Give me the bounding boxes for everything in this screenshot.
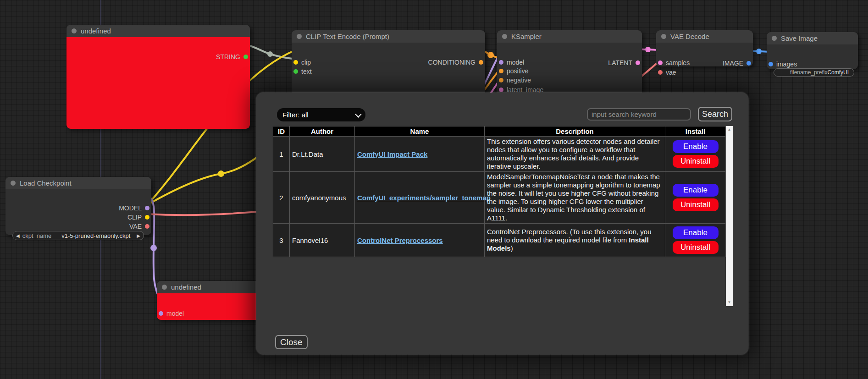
extension-table-container: ID Author Name Description Install 1 Dr.… bbox=[273, 126, 733, 306]
output-port-model[interactable] bbox=[145, 206, 149, 210]
node-title-bar: VAE Decode bbox=[656, 30, 753, 43]
node-title-bar: CLIP Text Encode (Prompt) bbox=[292, 30, 485, 43]
input-port-model[interactable] bbox=[499, 60, 503, 65]
output-port-string[interactable] bbox=[243, 55, 248, 59]
scroll-down-icon[interactable]: ▼ bbox=[726, 300, 733, 305]
port-label-conditioning: CONDITIONING bbox=[428, 59, 475, 66]
table-header-row: ID Author Name Description Install bbox=[273, 126, 726, 137]
node-undefined-top[interactable]: undefined STRING bbox=[66, 25, 250, 129]
close-button[interactable]: Close bbox=[275, 335, 308, 349]
cell-name: ComfyUI Impact Pack bbox=[355, 137, 485, 172]
node-load-checkpoint[interactable]: Load Checkpoint MODEL CLIP VAE ◀ ckpt_na… bbox=[6, 177, 151, 235]
extension-table: ID Author Name Description Install 1 Dr.… bbox=[273, 126, 726, 257]
input-port-samples[interactable] bbox=[658, 60, 663, 65]
input-port-positive[interactable] bbox=[499, 69, 503, 73]
cell-id: 3 bbox=[273, 224, 290, 257]
cell-description: ModelSamplerTonemapNoiseTest a node that… bbox=[485, 172, 665, 224]
header-install: Install bbox=[665, 126, 726, 137]
port-label-clip-out: CLIP bbox=[127, 214, 142, 221]
reroute-dot-image[interactable] bbox=[756, 49, 762, 54]
cell-install: Enable Uninstall bbox=[665, 172, 726, 224]
reroute-dot-clip[interactable] bbox=[218, 170, 224, 177]
input-port-images[interactable] bbox=[768, 62, 773, 66]
node-save-image[interactable]: Save Image images filename_prefix ComfyU… bbox=[767, 32, 858, 69]
table-row: 2 comfyanonymous ComfyUI_experiments/sam… bbox=[273, 172, 726, 224]
cell-description: This extension offers various detector n… bbox=[485, 137, 665, 172]
port-label-model-out: MODEL bbox=[119, 204, 142, 212]
header-id: ID bbox=[273, 126, 290, 137]
output-port-conditioning[interactable] bbox=[479, 60, 483, 65]
node-status-dot bbox=[11, 181, 16, 186]
input-port-negative[interactable] bbox=[499, 78, 503, 82]
node-ksampler[interactable]: KSampler model positive negative latent_… bbox=[497, 30, 642, 97]
search-input[interactable] bbox=[587, 108, 691, 121]
cell-install: Enable Uninstall bbox=[665, 224, 726, 257]
chevron-down-icon bbox=[355, 111, 361, 117]
filter-dropdown[interactable]: Filter: all bbox=[277, 108, 365, 121]
node-body: MODEL CLIP VAE ◀ ckpt_name v1-5-pruned-e… bbox=[6, 189, 151, 235]
output-port-latent[interactable] bbox=[636, 60, 640, 65]
node-title: CLIP Text Encode (Prompt) bbox=[306, 33, 389, 40]
cell-description: ControlNet Preprocessors. (To use this e… bbox=[485, 224, 665, 257]
reroute-dot-latent[interactable] bbox=[645, 47, 651, 52]
filename-prefix-widget[interactable]: filename_prefix ComfyUI bbox=[774, 68, 854, 77]
reroute-dot-string[interactable] bbox=[267, 51, 273, 57]
input-port-latent-image[interactable] bbox=[499, 88, 503, 92]
scroll-up-icon[interactable]: ▲ bbox=[726, 127, 733, 132]
search-button[interactable]: Search bbox=[698, 107, 732, 121]
node-title-bar: KSampler bbox=[497, 30, 642, 43]
reroute-dot-conditioning[interactable] bbox=[487, 52, 494, 58]
output-port-clip[interactable] bbox=[145, 215, 149, 220]
port-label-clip: clip bbox=[301, 59, 311, 66]
enable-button[interactable]: Enable bbox=[673, 184, 719, 197]
node-body: model positive negative latent_image LAT… bbox=[497, 43, 642, 97]
widget-label: filename_prefix bbox=[790, 69, 827, 76]
ckpt-name-widget[interactable]: ◀ ckpt_name v1-5-pruned-emaonly.ckpt ▶ bbox=[12, 231, 144, 240]
node-title-bar: Save Image bbox=[767, 32, 858, 44]
enable-button[interactable]: Enable bbox=[673, 226, 719, 239]
node-status-dot bbox=[661, 34, 666, 39]
extension-link[interactable]: ComfyUI_experiments/sampler_tonemap bbox=[357, 194, 491, 202]
node-status-dot bbox=[772, 36, 777, 41]
widget-arrow-right-icon[interactable]: ▶ bbox=[137, 233, 140, 238]
uninstall-button[interactable]: Uninstall bbox=[673, 155, 719, 168]
widget-arrow-left-icon[interactable]: ◀ bbox=[16, 233, 20, 238]
cell-author: Fannovel16 bbox=[290, 224, 355, 257]
output-port-vae[interactable] bbox=[145, 224, 149, 229]
port-label-positive: positive bbox=[507, 67, 528, 75]
uninstall-button[interactable]: Uninstall bbox=[673, 198, 719, 211]
widget-label: ckpt_name bbox=[22, 232, 52, 239]
node-vae-decode[interactable]: VAE Decode samples vae IMAGE bbox=[656, 30, 753, 66]
port-label-string: STRING bbox=[216, 53, 240, 60]
input-port-model[interactable] bbox=[159, 311, 163, 316]
table-row: 1 Dr.Lt.Data ComfyUI Impact Pack This ex… bbox=[273, 137, 726, 172]
header-name: Name bbox=[355, 126, 485, 137]
uninstall-button[interactable]: Uninstall bbox=[673, 241, 719, 254]
node-title: undefined bbox=[81, 27, 111, 35]
table-scrollbar[interactable]: ▲ ▼ bbox=[726, 126, 733, 306]
port-label-samples: samples bbox=[666, 59, 690, 66]
input-port-clip[interactable] bbox=[293, 60, 298, 65]
node-status-dot bbox=[162, 285, 167, 290]
table-row: 3 Fannovel16 ControlNet Preprocessors Co… bbox=[273, 224, 726, 257]
input-port-text[interactable] bbox=[293, 69, 298, 74]
port-label-latent: LATENT bbox=[608, 59, 632, 66]
header-description: Description bbox=[485, 126, 665, 137]
extension-link[interactable]: ControlNet Preprocessors bbox=[357, 236, 443, 244]
port-label-text: text bbox=[301, 68, 312, 75]
port-label-model: model bbox=[166, 310, 184, 317]
widget-value: v1-5-pruned-emaonly.ckpt bbox=[61, 232, 130, 239]
output-port-image[interactable] bbox=[746, 61, 751, 66]
node-body: samples vae IMAGE bbox=[656, 43, 753, 66]
node-title: Save Image bbox=[781, 34, 818, 42]
header-author: Author bbox=[290, 126, 355, 137]
extension-link[interactable]: ComfyUI Impact Pack bbox=[357, 150, 427, 158]
enable-button[interactable]: Enable bbox=[673, 140, 719, 153]
port-label-negative: negative bbox=[507, 77, 531, 84]
input-port-vae[interactable] bbox=[658, 70, 663, 75]
cell-install: Enable Uninstall bbox=[665, 137, 726, 172]
node-title: KSampler bbox=[511, 33, 542, 40]
port-label-images: images bbox=[776, 60, 797, 68]
reroute-dot-model[interactable] bbox=[150, 245, 157, 251]
node-title: VAE Decode bbox=[670, 33, 709, 40]
